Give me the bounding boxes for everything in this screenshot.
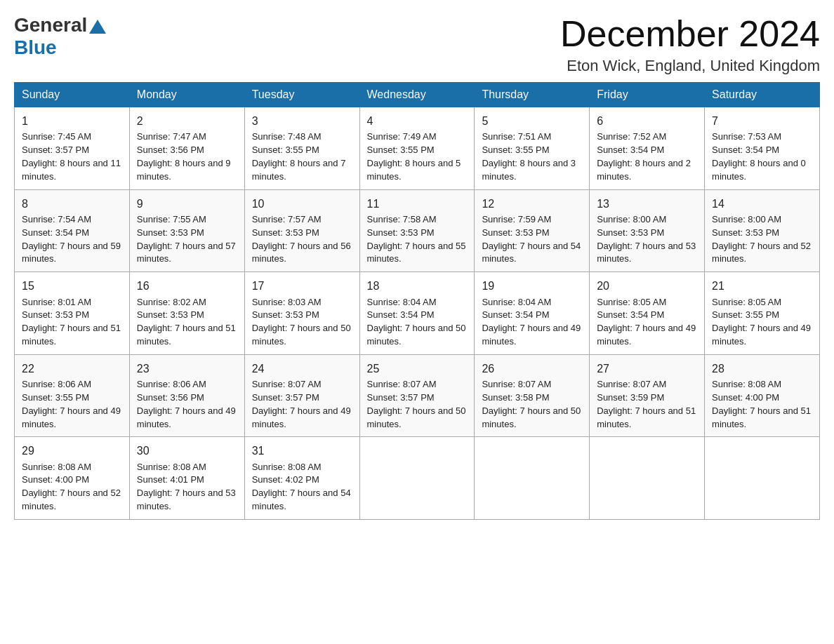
calendar-cell: 21Sunrise: 8:05 AMSunset: 3:55 PMDayligh… [705, 272, 820, 355]
day-number: 8 [22, 196, 122, 212]
calendar-cell: 18Sunrise: 8:04 AMSunset: 3:54 PMDayligh… [359, 272, 475, 355]
day-number: 29 [22, 443, 122, 459]
day-info: Sunrise: 8:05 AMSunset: 3:54 PMDaylight:… [597, 297, 696, 347]
calendar-cell: 27Sunrise: 8:07 AMSunset: 3:59 PMDayligh… [590, 354, 705, 437]
col-monday: Monday [129, 83, 244, 107]
day-number: 25 [367, 361, 468, 377]
day-info: Sunrise: 8:06 AMSunset: 3:56 PMDaylight:… [137, 379, 236, 429]
col-friday: Friday [590, 83, 705, 107]
calendar-week-4: 22Sunrise: 8:06 AMSunset: 3:55 PMDayligh… [15, 354, 820, 437]
calendar-cell: 5Sunrise: 7:51 AMSunset: 3:55 PMDaylight… [475, 107, 590, 190]
calendar-cell: 17Sunrise: 8:03 AMSunset: 3:53 PMDayligh… [244, 272, 359, 355]
day-info: Sunrise: 8:01 AMSunset: 3:53 PMDaylight:… [22, 297, 121, 347]
day-info: Sunrise: 7:53 AMSunset: 3:54 PMDaylight:… [712, 131, 806, 182]
day-number: 14 [712, 196, 812, 212]
day-number: 17 [252, 278, 352, 294]
day-info: Sunrise: 8:08 AMSunset: 4:00 PMDaylight:… [712, 379, 811, 429]
calendar-cell: 6Sunrise: 7:52 AMSunset: 3:54 PMDaylight… [590, 107, 705, 190]
day-info: Sunrise: 7:47 AMSunset: 3:56 PMDaylight:… [137, 131, 231, 182]
day-info: Sunrise: 7:59 AMSunset: 3:53 PMDaylight:… [482, 214, 581, 264]
calendar-cell: 19Sunrise: 8:04 AMSunset: 3:54 PMDayligh… [475, 272, 590, 355]
calendar-cell: 26Sunrise: 8:07 AMSunset: 3:58 PMDayligh… [475, 354, 590, 437]
day-number: 26 [482, 361, 582, 377]
day-info: Sunrise: 8:00 AMSunset: 3:53 PMDaylight:… [712, 214, 811, 264]
day-number: 1 [22, 113, 122, 129]
day-info: Sunrise: 8:07 AMSunset: 3:57 PMDaylight:… [252, 379, 351, 429]
col-thursday: Thursday [475, 83, 590, 107]
day-info: Sunrise: 7:57 AMSunset: 3:53 PMDaylight:… [252, 214, 351, 264]
day-number: 22 [22, 361, 122, 377]
page-header: General Blue December 2024 Eton Wick, En… [14, 14, 820, 75]
day-number: 19 [482, 278, 582, 294]
calendar-week-1: 1Sunrise: 7:45 AMSunset: 3:57 PMDaylight… [15, 107, 820, 190]
day-number: 12 [482, 196, 582, 212]
calendar-cell: 25Sunrise: 8:07 AMSunset: 3:57 PMDayligh… [359, 354, 475, 437]
day-info: Sunrise: 8:07 AMSunset: 3:57 PMDaylight:… [367, 379, 466, 429]
calendar-cell [705, 437, 820, 520]
location-text: Eton Wick, England, United Kingdom [560, 57, 820, 75]
calendar-cell: 29Sunrise: 8:08 AMSunset: 4:00 PMDayligh… [15, 437, 130, 520]
day-number: 13 [597, 196, 697, 212]
day-info: Sunrise: 7:51 AMSunset: 3:55 PMDaylight:… [482, 131, 576, 182]
day-number: 20 [597, 278, 697, 294]
col-sunday: Sunday [15, 83, 130, 107]
day-number: 10 [252, 196, 352, 212]
day-info: Sunrise: 7:48 AMSunset: 3:55 PMDaylight:… [252, 131, 346, 182]
calendar-cell: 11Sunrise: 7:58 AMSunset: 3:53 PMDayligh… [359, 189, 475, 272]
calendar-week-5: 29Sunrise: 8:08 AMSunset: 4:00 PMDayligh… [15, 437, 820, 520]
day-number: 4 [367, 113, 468, 129]
day-info: Sunrise: 8:08 AMSunset: 4:02 PMDaylight:… [252, 462, 351, 512]
calendar-cell [590, 437, 705, 520]
day-number: 23 [137, 361, 237, 377]
logo-general-text: General [14, 14, 87, 36]
day-info: Sunrise: 8:04 AMSunset: 3:54 PMDaylight:… [482, 297, 581, 347]
calendar-cell: 13Sunrise: 8:00 AMSunset: 3:53 PMDayligh… [590, 189, 705, 272]
day-number: 21 [712, 278, 812, 294]
header-row: Sunday Monday Tuesday Wednesday Thursday… [15, 83, 820, 107]
calendar-cell: 31Sunrise: 8:08 AMSunset: 4:02 PMDayligh… [244, 437, 359, 520]
calendar-cell: 28Sunrise: 8:08 AMSunset: 4:00 PMDayligh… [705, 354, 820, 437]
calendar-cell: 12Sunrise: 7:59 AMSunset: 3:53 PMDayligh… [475, 189, 590, 272]
calendar-cell: 3Sunrise: 7:48 AMSunset: 3:55 PMDaylight… [244, 107, 359, 190]
calendar-cell: 7Sunrise: 7:53 AMSunset: 3:54 PMDaylight… [705, 107, 820, 190]
day-number: 27 [597, 361, 697, 377]
col-saturday: Saturday [705, 83, 820, 107]
day-number: 15 [22, 278, 122, 294]
day-number: 2 [137, 113, 237, 129]
day-number: 3 [252, 113, 352, 129]
calendar-cell: 22Sunrise: 8:06 AMSunset: 3:55 PMDayligh… [15, 354, 130, 437]
calendar-cell [359, 437, 475, 520]
day-info: Sunrise: 8:02 AMSunset: 3:53 PMDaylight:… [137, 297, 236, 347]
day-info: Sunrise: 8:05 AMSunset: 3:55 PMDaylight:… [712, 297, 811, 347]
day-number: 5 [482, 113, 582, 129]
calendar-cell: 16Sunrise: 8:02 AMSunset: 3:53 PMDayligh… [129, 272, 244, 355]
calendar-cell [475, 437, 590, 520]
calendar-cell: 10Sunrise: 7:57 AMSunset: 3:53 PMDayligh… [244, 189, 359, 272]
col-wednesday: Wednesday [359, 83, 475, 107]
day-number: 16 [137, 278, 237, 294]
day-number: 7 [712, 113, 812, 129]
day-info: Sunrise: 7:58 AMSunset: 3:53 PMDaylight:… [367, 214, 466, 264]
day-info: Sunrise: 7:49 AMSunset: 3:55 PMDaylight:… [367, 131, 461, 182]
day-number: 30 [137, 443, 237, 459]
calendar-cell: 15Sunrise: 8:01 AMSunset: 3:53 PMDayligh… [15, 272, 130, 355]
calendar-week-3: 15Sunrise: 8:01 AMSunset: 3:53 PMDayligh… [15, 272, 820, 355]
day-info: Sunrise: 8:00 AMSunset: 3:53 PMDaylight:… [597, 214, 696, 264]
day-info: Sunrise: 8:07 AMSunset: 3:59 PMDaylight:… [597, 379, 696, 429]
day-info: Sunrise: 7:52 AMSunset: 3:54 PMDaylight:… [597, 131, 691, 182]
day-info: Sunrise: 7:54 AMSunset: 3:54 PMDaylight:… [22, 214, 121, 264]
day-number: 28 [712, 361, 812, 377]
calendar-cell: 9Sunrise: 7:55 AMSunset: 3:53 PMDaylight… [129, 189, 244, 272]
day-info: Sunrise: 8:06 AMSunset: 3:55 PMDaylight:… [22, 379, 121, 429]
day-info: Sunrise: 8:04 AMSunset: 3:54 PMDaylight:… [367, 297, 466, 347]
day-number: 24 [252, 361, 352, 377]
calendar-cell: 20Sunrise: 8:05 AMSunset: 3:54 PMDayligh… [590, 272, 705, 355]
title-section: December 2024 Eton Wick, England, United… [560, 14, 820, 75]
logo-triangle-icon [89, 20, 106, 34]
calendar-cell: 14Sunrise: 8:00 AMSunset: 3:53 PMDayligh… [705, 189, 820, 272]
day-info: Sunrise: 8:08 AMSunset: 4:00 PMDaylight:… [22, 462, 121, 512]
day-number: 6 [597, 113, 697, 129]
day-number: 11 [367, 196, 468, 212]
logo: General Blue [14, 14, 108, 59]
calendar-week-2: 8Sunrise: 7:54 AMSunset: 3:54 PMDaylight… [15, 189, 820, 272]
